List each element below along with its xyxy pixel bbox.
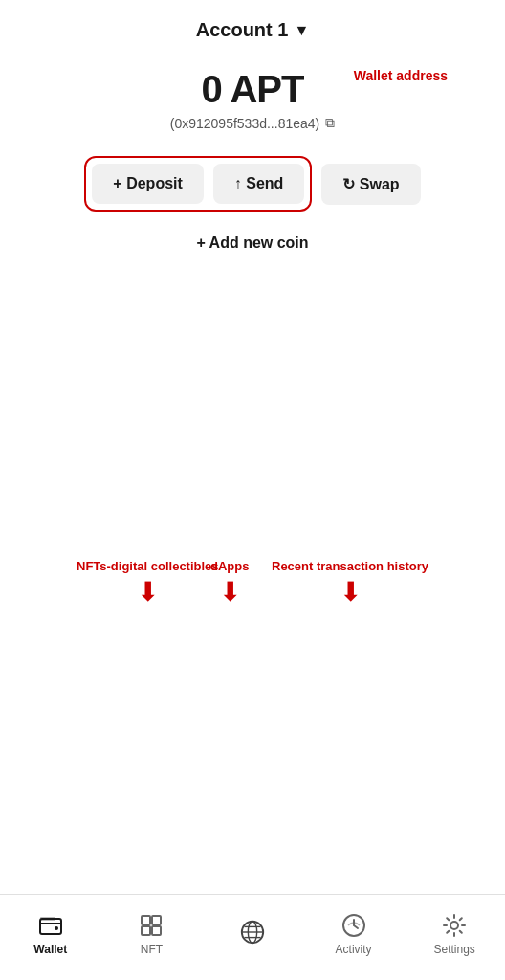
wallet-icon bbox=[37, 912, 64, 939]
nft-icon bbox=[138, 912, 165, 939]
globe-icon bbox=[239, 919, 266, 946]
nav-settings[interactable]: Settings bbox=[404, 895, 505, 980]
balance-section: Wallet address 0 APT (0x912095f533d...81… bbox=[0, 51, 505, 137]
nav-activity[interactable]: Activity bbox=[303, 895, 405, 980]
settings-icon bbox=[441, 912, 468, 939]
deposit-send-group: + Deposit ↑ Send bbox=[84, 156, 312, 212]
nav-nft-label: NFT bbox=[141, 943, 163, 956]
chevron-down-icon: ▼ bbox=[294, 22, 309, 39]
add-coin-label: + Add new coin bbox=[196, 234, 308, 252]
add-new-coin-button[interactable]: + Add new coin bbox=[0, 221, 505, 261]
action-buttons-container: + Deposit ↑ Send ↻ Swap bbox=[0, 137, 505, 221]
nfts-arrow-icon: ⬇ bbox=[137, 579, 159, 606]
account-name: Account 1 bbox=[196, 19, 289, 41]
send-button[interactable]: ↑ Send bbox=[213, 164, 305, 204]
nav-settings-label: Settings bbox=[433, 943, 474, 956]
main-content: NFTs-digital collectibles ⬇ dApps ⬇ Rece… bbox=[0, 261, 505, 663]
activity-icon bbox=[340, 912, 367, 939]
recent-arrow-icon: ⬇ bbox=[340, 579, 362, 606]
nfts-label: NFTs-digital collectibles bbox=[77, 559, 219, 575]
recent-label: Recent transaction history bbox=[272, 559, 428, 575]
nav-wallet-label: Wallet bbox=[33, 943, 67, 956]
account-selector[interactable]: Account 1 ▼ bbox=[196, 19, 310, 41]
recent-annotation: Recent transaction history ⬇ bbox=[272, 559, 428, 606]
nav-activity-label: Activity bbox=[336, 943, 372, 956]
svg-point-2 bbox=[55, 926, 58, 930]
nfts-annotation: NFTs-digital collectibles ⬇ bbox=[77, 559, 219, 606]
deposit-button[interactable]: + Deposit bbox=[92, 164, 203, 204]
wallet-address: (0x912095f533d...81ea4) ⧉ bbox=[0, 115, 505, 131]
nav-wallet[interactable]: Wallet bbox=[0, 895, 101, 980]
svg-rect-0 bbox=[40, 919, 61, 934]
bottom-nav: Wallet NFT Activity bbox=[0, 894, 505, 980]
copy-icon[interactable]: ⧉ bbox=[325, 115, 335, 131]
wallet-address-label: Wallet address bbox=[354, 68, 448, 83]
dapps-annotation: dApps ⬇ bbox=[210, 559, 249, 606]
dapps-label: dApps bbox=[210, 559, 249, 575]
nav-dapps[interactable] bbox=[202, 895, 303, 980]
swap-button[interactable]: ↻ Swap bbox=[321, 164, 420, 205]
svg-rect-1 bbox=[40, 917, 55, 921]
svg-rect-3 bbox=[142, 916, 150, 924]
svg-rect-5 bbox=[142, 926, 150, 935]
svg-rect-4 bbox=[152, 916, 161, 924]
dapps-arrow-icon: ⬇ bbox=[219, 579, 241, 606]
header: Account 1 ▼ bbox=[0, 0, 505, 51]
nav-nft[interactable]: NFT bbox=[101, 895, 203, 980]
wallet-address-text: (0x912095f533d...81ea4) bbox=[170, 116, 319, 131]
svg-rect-6 bbox=[152, 926, 161, 935]
svg-point-13 bbox=[450, 922, 458, 929]
